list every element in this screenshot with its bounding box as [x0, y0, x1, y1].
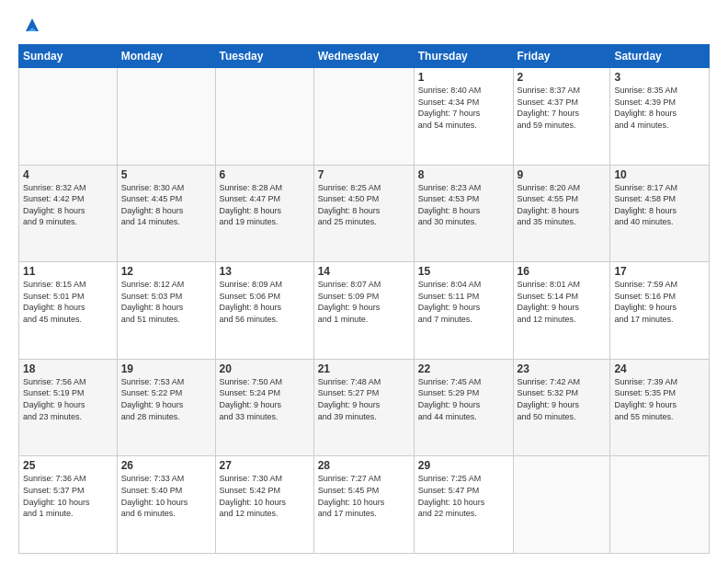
day-number: 4 [23, 168, 113, 181]
table-row [313, 68, 414, 166]
day-info: Sunrise: 8:09 AM Sunset: 5:06 PM Dayligh… [220, 279, 310, 325]
table-row: 24Sunrise: 7:39 AM Sunset: 5:35 PM Dayli… [610, 359, 710, 456]
calendar-week-row: 11Sunrise: 8:15 AM Sunset: 5:01 PM Dayli… [19, 262, 710, 360]
day-number: 22 [418, 362, 509, 375]
day-number: 25 [23, 459, 113, 472]
table-row: 8Sunrise: 8:23 AM Sunset: 4:53 PM Daylig… [414, 165, 513, 262]
day-number: 18 [23, 362, 113, 375]
table-row: 20Sunrise: 7:50 AM Sunset: 5:24 PM Dayli… [215, 359, 313, 456]
day-info: Sunrise: 8:12 AM Sunset: 5:03 PM Dayligh… [121, 279, 211, 325]
day-number: 16 [518, 265, 607, 278]
table-row: 22Sunrise: 7:45 AM Sunset: 5:29 PM Dayli… [414, 359, 513, 456]
day-info: Sunrise: 8:04 AM Sunset: 5:11 PM Dayligh… [418, 279, 509, 325]
day-info: Sunrise: 7:42 AM Sunset: 5:32 PM Dayligh… [518, 376, 607, 422]
col-wednesday: Wednesday [313, 45, 414, 68]
calendar-week-row: 4Sunrise: 8:32 AM Sunset: 4:42 PM Daylig… [19, 165, 710, 262]
day-info: Sunrise: 7:45 AM Sunset: 5:29 PM Dayligh… [418, 376, 509, 422]
day-number: 29 [418, 459, 509, 472]
day-info: Sunrise: 8:20 AM Sunset: 4:55 PM Dayligh… [518, 182, 607, 228]
day-info: Sunrise: 7:48 AM Sunset: 5:27 PM Dayligh… [318, 376, 410, 422]
logo-icon [22, 15, 42, 35]
calendar-week-row: 25Sunrise: 7:36 AM Sunset: 5:37 PM Dayli… [19, 456, 710, 554]
day-number: 2 [518, 71, 607, 84]
logo [18, 15, 42, 35]
col-thursday: Thursday [414, 45, 513, 68]
table-row: 12Sunrise: 8:12 AM Sunset: 5:03 PM Dayli… [117, 262, 215, 360]
table-row [610, 456, 710, 554]
day-info: Sunrise: 7:30 AM Sunset: 5:42 PM Dayligh… [220, 473, 310, 519]
table-row: 29Sunrise: 7:25 AM Sunset: 5:47 PM Dayli… [414, 456, 513, 554]
day-info: Sunrise: 7:53 AM Sunset: 5:22 PM Dayligh… [121, 376, 211, 422]
day-number: 27 [220, 459, 310, 472]
day-info: Sunrise: 7:59 AM Sunset: 5:16 PM Dayligh… [614, 279, 705, 325]
table-row: 23Sunrise: 7:42 AM Sunset: 5:32 PM Dayli… [513, 359, 610, 456]
header [18, 15, 710, 35]
col-saturday: Saturday [610, 45, 710, 68]
col-friday: Friday [513, 45, 610, 68]
day-number: 15 [418, 265, 509, 278]
day-number: 26 [121, 459, 211, 472]
day-number: 28 [318, 459, 410, 472]
day-number: 13 [220, 265, 310, 278]
day-info: Sunrise: 8:01 AM Sunset: 5:14 PM Dayligh… [518, 279, 607, 325]
day-number: 1 [418, 71, 509, 84]
day-number: 20 [220, 362, 310, 375]
table-row: 7Sunrise: 8:25 AM Sunset: 4:50 PM Daylig… [313, 165, 414, 262]
day-info: Sunrise: 7:25 AM Sunset: 5:47 PM Dayligh… [418, 473, 509, 519]
col-tuesday: Tuesday [215, 45, 313, 68]
day-info: Sunrise: 8:32 AM Sunset: 4:42 PM Dayligh… [23, 182, 113, 228]
day-info: Sunrise: 7:50 AM Sunset: 5:24 PM Dayligh… [220, 376, 310, 422]
calendar-header-row: Sunday Monday Tuesday Wednesday Thursday… [19, 45, 710, 68]
day-info: Sunrise: 8:35 AM Sunset: 4:39 PM Dayligh… [614, 85, 705, 131]
day-number: 5 [121, 168, 211, 181]
day-info: Sunrise: 7:33 AM Sunset: 5:40 PM Dayligh… [121, 473, 211, 519]
table-row: 15Sunrise: 8:04 AM Sunset: 5:11 PM Dayli… [414, 262, 513, 360]
day-info: Sunrise: 7:56 AM Sunset: 5:19 PM Dayligh… [23, 376, 113, 422]
day-number: 17 [614, 265, 705, 278]
table-row [215, 68, 313, 166]
day-number: 3 [614, 71, 705, 84]
table-row: 11Sunrise: 8:15 AM Sunset: 5:01 PM Dayli… [19, 262, 118, 360]
calendar: Sunday Monday Tuesday Wednesday Thursday… [18, 44, 710, 554]
day-info: Sunrise: 8:15 AM Sunset: 5:01 PM Dayligh… [23, 279, 113, 325]
table-row: 9Sunrise: 8:20 AM Sunset: 4:55 PM Daylig… [513, 165, 610, 262]
calendar-week-row: 1Sunrise: 8:40 AM Sunset: 4:34 PM Daylig… [19, 68, 710, 166]
table-row: 1Sunrise: 8:40 AM Sunset: 4:34 PM Daylig… [414, 68, 513, 166]
day-number: 23 [518, 362, 607, 375]
table-row: 4Sunrise: 8:32 AM Sunset: 4:42 PM Daylig… [19, 165, 118, 262]
col-sunday: Sunday [19, 45, 118, 68]
day-number: 11 [23, 265, 113, 278]
table-row: 19Sunrise: 7:53 AM Sunset: 5:22 PM Dayli… [117, 359, 215, 456]
table-row: 5Sunrise: 8:30 AM Sunset: 4:45 PM Daylig… [117, 165, 215, 262]
day-number: 10 [614, 168, 705, 181]
day-info: Sunrise: 8:25 AM Sunset: 4:50 PM Dayligh… [318, 182, 410, 228]
col-monday: Monday [117, 45, 215, 68]
table-row [117, 68, 215, 166]
table-row: 25Sunrise: 7:36 AM Sunset: 5:37 PM Dayli… [19, 456, 118, 554]
table-row: 27Sunrise: 7:30 AM Sunset: 5:42 PM Dayli… [215, 456, 313, 554]
table-row: 14Sunrise: 8:07 AM Sunset: 5:09 PM Dayli… [313, 262, 414, 360]
day-number: 24 [614, 362, 705, 375]
day-info: Sunrise: 8:23 AM Sunset: 4:53 PM Dayligh… [418, 182, 509, 228]
table-row: 28Sunrise: 7:27 AM Sunset: 5:45 PM Dayli… [313, 456, 414, 554]
day-info: Sunrise: 8:37 AM Sunset: 4:37 PM Dayligh… [518, 85, 607, 131]
day-info: Sunrise: 8:40 AM Sunset: 4:34 PM Dayligh… [418, 85, 509, 131]
day-info: Sunrise: 7:39 AM Sunset: 5:35 PM Dayligh… [614, 376, 705, 422]
page: Sunday Monday Tuesday Wednesday Thursday… [0, 0, 728, 563]
day-info: Sunrise: 7:27 AM Sunset: 5:45 PM Dayligh… [318, 473, 410, 519]
day-info: Sunrise: 8:07 AM Sunset: 5:09 PM Dayligh… [318, 279, 410, 325]
table-row: 6Sunrise: 8:28 AM Sunset: 4:47 PM Daylig… [215, 165, 313, 262]
calendar-week-row: 18Sunrise: 7:56 AM Sunset: 5:19 PM Dayli… [19, 359, 710, 456]
table-row [19, 68, 118, 166]
day-number: 6 [220, 168, 310, 181]
table-row: 3Sunrise: 8:35 AM Sunset: 4:39 PM Daylig… [610, 68, 710, 166]
day-info: Sunrise: 8:28 AM Sunset: 4:47 PM Dayligh… [220, 182, 310, 228]
day-number: 8 [418, 168, 509, 181]
day-info: Sunrise: 8:17 AM Sunset: 4:58 PM Dayligh… [614, 182, 705, 228]
day-info: Sunrise: 7:36 AM Sunset: 5:37 PM Dayligh… [23, 473, 113, 519]
day-number: 21 [318, 362, 410, 375]
day-number: 19 [121, 362, 211, 375]
table-row: 16Sunrise: 8:01 AM Sunset: 5:14 PM Dayli… [513, 262, 610, 360]
table-row: 26Sunrise: 7:33 AM Sunset: 5:40 PM Dayli… [117, 456, 215, 554]
table-row: 13Sunrise: 8:09 AM Sunset: 5:06 PM Dayli… [215, 262, 313, 360]
